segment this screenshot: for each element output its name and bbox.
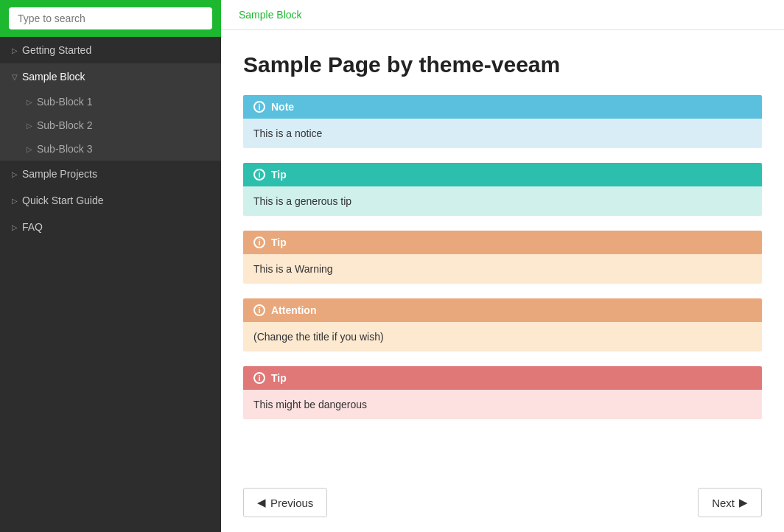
arrow-icon: ▷ bbox=[27, 98, 32, 106]
arrow-icon: ▷ bbox=[27, 145, 32, 153]
admonition-title-text: Tip bbox=[271, 237, 287, 248]
arrow-icon: ▷ bbox=[12, 170, 18, 178]
nav-label: Sample Projects bbox=[22, 168, 97, 180]
sidebar-item-quick-start-guide[interactable]: ▷Quick Start Guide bbox=[0, 187, 221, 214]
admonition-title: i Note bbox=[243, 95, 762, 119]
arrow-icon: ▷ bbox=[12, 223, 18, 231]
nav-buttons: ◀ Previous Next ▶ bbox=[221, 476, 784, 532]
admonition-tip-orange: i Tip This is a Warning bbox=[243, 231, 762, 284]
next-button[interactable]: Next ▶ bbox=[698, 488, 762, 517]
admonitions-container: i Note This is a notice i Tip This is a … bbox=[243, 95, 762, 419]
next-arrow-icon: ▶ bbox=[739, 496, 748, 509]
arrow-icon: ▷ bbox=[12, 197, 18, 205]
admonition-tip-green: i Tip This is a generous tip bbox=[243, 163, 762, 216]
sidebar-item-sample-block[interactable]: ▽Sample Block bbox=[0, 63, 221, 90]
sidebar-item-sample-projects[interactable]: ▷Sample Projects bbox=[0, 161, 221, 187]
admonition-attention: i Attention (Change the title if you wis… bbox=[243, 298, 762, 351]
nav-label: Getting Started bbox=[22, 44, 91, 56]
info-icon: i bbox=[253, 372, 265, 384]
admonition-title: i Tip bbox=[243, 366, 762, 390]
admonition-title: i Tip bbox=[243, 163, 762, 186]
breadcrumb-link[interactable]: Sample Block bbox=[239, 9, 302, 21]
admonition-title-text: Tip bbox=[271, 169, 287, 181]
admonition-body: This might be dangerous bbox=[243, 390, 762, 419]
sidebar-item-getting-started[interactable]: ▷Getting Started bbox=[0, 37, 221, 63]
sidebar-item-faq[interactable]: ▷FAQ bbox=[0, 214, 221, 240]
nav-list: ▷Getting Started▽Sample Block▷Sub-Block … bbox=[0, 37, 221, 240]
arrow-icon: ▽ bbox=[12, 73, 18, 81]
admonition-title: i Tip bbox=[243, 231, 762, 254]
admonition-note: i Note This is a notice bbox=[243, 95, 762, 148]
search-container bbox=[0, 0, 221, 37]
arrow-icon: ▷ bbox=[12, 46, 18, 55]
admonition-body: This is a notice bbox=[243, 119, 762, 148]
previous-button[interactable]: ◀ Previous bbox=[243, 488, 327, 517]
admonition-tip-red: i Tip This might be dangerous bbox=[243, 366, 762, 419]
main-content: Sample Block Sample Page by theme-veeam … bbox=[221, 0, 784, 532]
nav-label: Sub-Block 1 bbox=[37, 96, 92, 108]
info-icon: i bbox=[253, 304, 265, 316]
admonition-title-text: Attention bbox=[271, 304, 316, 316]
nav-label: FAQ bbox=[22, 221, 43, 233]
sidebar-subitem-sub-block-3[interactable]: ▷Sub-Block 3 bbox=[0, 137, 221, 161]
nav-label: Sample Block bbox=[22, 71, 85, 83]
next-label: Next bbox=[712, 497, 735, 509]
nav-label: Quick Start Guide bbox=[22, 195, 104, 206]
admonition-title-text: Note bbox=[271, 101, 294, 113]
arrow-icon: ▷ bbox=[27, 122, 32, 130]
nav-label: Sub-Block 2 bbox=[37, 119, 92, 131]
page-title: Sample Page by theme-veeam bbox=[243, 52, 762, 77]
content-area: Sample Page by theme-veeam i Note This i… bbox=[221, 30, 784, 476]
admonition-title: i Attention bbox=[243, 298, 762, 322]
admonition-title-text: Tip bbox=[271, 372, 287, 384]
sidebar-subitem-sub-block-2[interactable]: ▷Sub-Block 2 bbox=[0, 113, 221, 137]
admonition-body: This is a generous tip bbox=[243, 186, 762, 216]
info-icon: i bbox=[253, 237, 265, 248]
breadcrumb: Sample Block bbox=[221, 0, 784, 30]
search-input[interactable] bbox=[9, 7, 212, 29]
admonition-body: (Change the title if you wish) bbox=[243, 322, 762, 351]
sidebar: ▷Getting Started▽Sample Block▷Sub-Block … bbox=[0, 0, 221, 532]
sidebar-subitem-sub-block-1[interactable]: ▷Sub-Block 1 bbox=[0, 90, 221, 113]
info-icon: i bbox=[253, 169, 265, 181]
previous-arrow-icon: ◀ bbox=[257, 496, 266, 509]
admonition-body: This is a Warning bbox=[243, 254, 762, 284]
nav-label: Sub-Block 3 bbox=[37, 143, 92, 155]
info-icon: i bbox=[253, 101, 265, 113]
previous-label: Previous bbox=[270, 497, 313, 509]
